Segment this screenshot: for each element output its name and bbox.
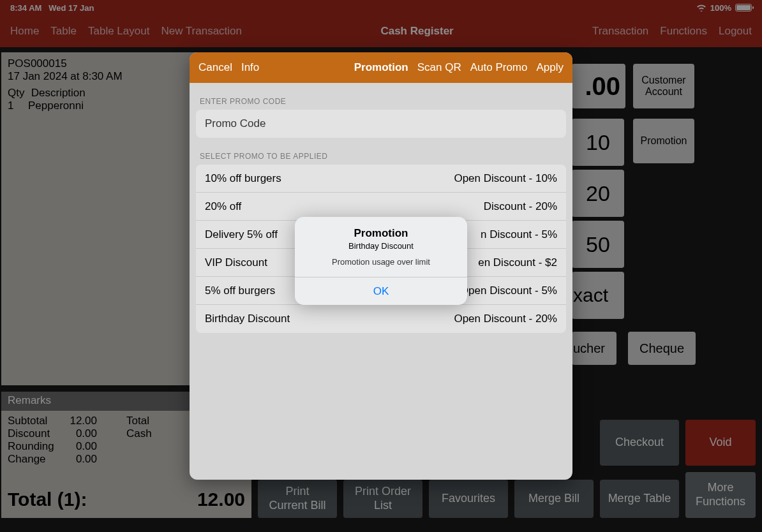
section-select-promo: SELECT PROMO TO BE APPLIED <box>190 138 572 165</box>
cancel-button[interactable]: Cancel <box>198 61 232 74</box>
info-button[interactable]: Info <box>241 61 259 74</box>
apply-button[interactable]: Apply <box>536 61 564 74</box>
alert-title: Promotion <box>295 217 467 240</box>
tab-promotion[interactable]: Promotion <box>354 61 408 74</box>
section-enter-code: ENTER PROMO CODE <box>190 83 572 110</box>
alert-ok-button[interactable]: OK <box>295 277 467 305</box>
promo-item[interactable]: 10% off burgersOpen Discount - 10% <box>196 165 566 193</box>
promo-code-input[interactable]: Promo Code <box>196 110 566 138</box>
promo-code-placeholder: Promo Code <box>205 117 265 130</box>
alert-dialog: Promotion Birthday Discount Promotion us… <box>295 217 467 305</box>
alert-message: Promotion usage over limit <box>295 257 467 277</box>
alert-subtitle: Birthday Discount <box>295 240 467 257</box>
popover-toolbar: Cancel Info Promotion Scan QR Auto Promo… <box>190 52 572 83</box>
tab-scan-qr[interactable]: Scan QR <box>417 61 461 74</box>
tab-auto-promo[interactable]: Auto Promo <box>470 61 528 74</box>
promo-item[interactable]: Birthday DiscountOpen Discount - 20% <box>196 305 566 333</box>
